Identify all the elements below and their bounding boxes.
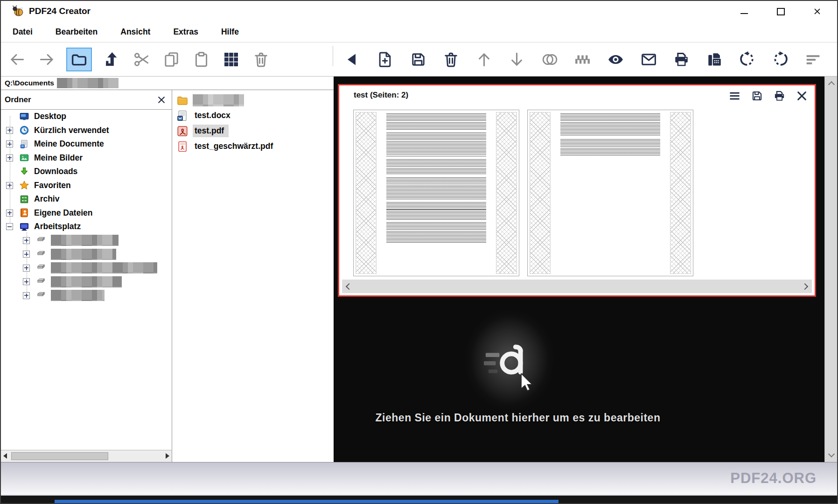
scroll-right-arrow-icon[interactable] (166, 453, 169, 459)
hatch-band (356, 112, 377, 274)
preview-save-button[interactable] (751, 90, 763, 102)
merge-documents-button[interactable] (539, 49, 560, 70)
delete-document-button[interactable] (441, 49, 461, 70)
save-document-button[interactable] (408, 49, 428, 70)
expand-plus-icon[interactable] (23, 237, 30, 244)
up-level-icon (103, 51, 120, 68)
tree-item-meine-documente[interactable]: Meine Documente (1, 137, 172, 151)
tree-item-drive-1[interactable] (1, 234, 172, 248)
scroll-left-chevron-icon[interactable] (346, 283, 352, 289)
new-document-button[interactable] (375, 49, 396, 70)
document-card-actions (728, 90, 808, 102)
scroll-right-chevron-icon[interactable] (802, 283, 808, 289)
forward-button[interactable] (36, 49, 57, 70)
sort-icon (804, 51, 822, 68)
path-bar[interactable]: Q:\Documents (1, 77, 334, 90)
text-paragraph-lines (386, 133, 486, 157)
folder-tree: DesktopKürzlich verwendetMeine Documente… (1, 110, 172, 302)
file-name: test.pdf (193, 125, 229, 137)
file-name: test_geschwärzt.pdf (193, 140, 278, 153)
paste-button[interactable] (191, 49, 211, 70)
file-item-test-docx[interactable]: test.docx (173, 108, 334, 123)
workspace-vertical-scrollbar[interactable] (824, 77, 838, 462)
menu-extras[interactable]: Extras (173, 27, 198, 37)
menu-hilfe[interactable]: Hilfe (221, 27, 239, 37)
collapse-minus-icon[interactable] (6, 223, 13, 230)
tree-item-drive-2[interactable] (1, 247, 172, 261)
move-up-icon (475, 51, 493, 68)
cut-button[interactable] (131, 49, 152, 70)
tree-item-arbeitsplatz[interactable]: Arbeitsplatz (1, 220, 172, 234)
pdf-icon (176, 125, 189, 137)
file-item-test-geschwärzt-pdf[interactable]: test_geschwärzt.pdf (173, 139, 334, 154)
delete-document-icon (442, 51, 460, 68)
file-item-test-pdf[interactable]: test.pdf (173, 123, 334, 139)
copy-icon (163, 51, 180, 68)
tree-item-label: Eigene Dateien (34, 208, 92, 218)
fax-button[interactable] (704, 49, 725, 70)
copy-button[interactable] (161, 49, 182, 70)
expand-plus-icon[interactable] (6, 182, 13, 189)
thumbnail-view-button[interactable] (221, 49, 241, 70)
preview-print-button[interactable] (773, 90, 786, 102)
tree-item-eigene-dateien[interactable]: Eigene Dateien (1, 206, 172, 220)
back-button[interactable] (7, 49, 27, 70)
maximize-button[interactable] (776, 7, 785, 16)
document-card[interactable]: test (Seiten: 2) (338, 84, 816, 297)
expand-plus-icon[interactable] (23, 292, 30, 299)
expand-plus-icon[interactable] (6, 140, 13, 147)
move-up-button[interactable] (474, 49, 494, 70)
expand-plus-icon[interactable] (23, 251, 30, 258)
redacted-path-segment (57, 78, 119, 88)
tree-item-downloads[interactable]: Downloads (1, 165, 172, 179)
minimize-button[interactable] (740, 7, 748, 16)
prev-page-button[interactable] (342, 49, 363, 70)
preview-button[interactable] (606, 49, 626, 70)
close-folders-panel-button[interactable] (157, 95, 166, 105)
scrollbar-thumb[interactable] (11, 452, 108, 460)
page-thumbnail-1[interactable] (353, 110, 519, 276)
preview-close-button[interactable] (796, 90, 808, 102)
menu-bearbeiten[interactable]: Bearbeiten (56, 27, 98, 37)
interleave-pages-button[interactable] (573, 49, 593, 70)
menu-datei[interactable]: Datei (13, 27, 33, 37)
move-down-button[interactable] (507, 49, 527, 70)
tree-item-meine-bilder[interactable]: Meine Bilder (1, 151, 172, 165)
tree-item-favoriten[interactable]: Favoriten (1, 179, 172, 193)
delete-button[interactable] (251, 49, 271, 70)
expand-plus-icon[interactable] (6, 154, 13, 161)
new-document-icon (377, 51, 394, 68)
folders-panel-title: Ordner (5, 95, 31, 105)
tree-item-desktop[interactable]: Desktop (1, 110, 172, 124)
tree-item-archiv[interactable]: Archiv (1, 192, 172, 206)
rotate-left-button[interactable] (737, 49, 758, 70)
tree-item-kürzlich-verwendet[interactable]: Kürzlich verwendet (1, 124, 172, 138)
open-folder-button[interactable] (66, 48, 92, 71)
page-thumbnail-2[interactable] (527, 110, 693, 276)
file-item-redacted-folder[interactable] (173, 92, 334, 108)
scroll-left-arrow-icon[interactable] (3, 453, 7, 459)
expand-plus-icon[interactable] (6, 127, 13, 134)
tree-item-label: Meine Documente (34, 139, 104, 149)
tree-item-drive-3[interactable] (1, 261, 172, 275)
email-button[interactable] (638, 49, 659, 70)
preview-menu-button[interactable] (728, 90, 741, 102)
rotate-right-button[interactable] (770, 49, 790, 70)
sort-button[interactable] (803, 49, 824, 70)
tree-item-drive-5[interactable] (1, 289, 172, 303)
expand-plus-icon[interactable] (23, 278, 30, 285)
menu-ansicht[interactable]: Ansicht (120, 27, 150, 37)
close-button[interactable] (813, 7, 821, 16)
paste-icon (193, 51, 210, 68)
scroll-up-chevron-icon[interactable] (828, 81, 835, 88)
scroll-down-chevron-icon[interactable] (828, 451, 835, 457)
expand-plus-icon[interactable] (6, 210, 13, 217)
print-button[interactable] (671, 49, 692, 70)
tree-item-drive-4[interactable] (1, 275, 172, 289)
expand-plus-icon[interactable] (23, 265, 30, 272)
hatch-band (670, 112, 691, 274)
card-horizontal-scrollbar[interactable] (342, 280, 812, 293)
up-level-button[interactable] (101, 49, 122, 70)
tree-horizontal-scrollbar[interactable] (1, 450, 172, 462)
folder-closed-icon (176, 94, 189, 106)
